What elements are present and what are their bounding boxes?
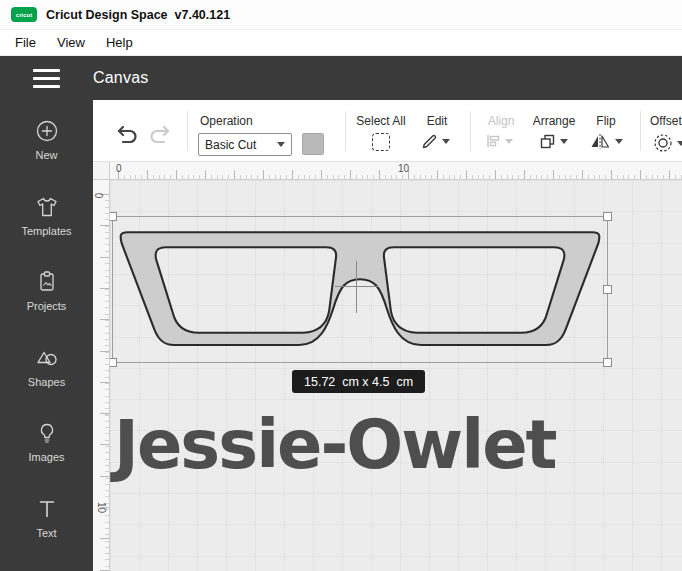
text-icon xyxy=(34,496,60,522)
offset-icon xyxy=(653,133,673,153)
align-icon xyxy=(485,133,501,149)
app-header: Canvas xyxy=(0,56,682,100)
redo-icon[interactable] xyxy=(148,123,172,145)
clipboard-icon xyxy=(34,269,60,295)
edit-label: Edit xyxy=(427,114,448,128)
select-all-label: Select All xyxy=(356,114,405,128)
menu-bar: File View Help xyxy=(0,30,682,56)
selection-handle-bottom-left[interactable] xyxy=(110,358,117,367)
ruler-label: 0 xyxy=(93,193,104,199)
ruler-label: 10 xyxy=(96,502,107,513)
canvas-text-layer[interactable]: Jessie-Owlet xyxy=(114,410,556,480)
crosshair-icon xyxy=(356,261,357,313)
chevron-down-icon xyxy=(277,142,285,147)
sidebar-item-shapes[interactable]: Shapes xyxy=(0,345,93,421)
chevron-down-icon xyxy=(677,141,682,146)
align-label: Align xyxy=(488,114,515,128)
cricut-logo: cricut xyxy=(11,7,37,22)
toolbar-divider xyxy=(187,111,188,151)
cricut-logo-text: cricut xyxy=(16,12,32,18)
undo-icon[interactable] xyxy=(115,123,139,145)
flip-button[interactable] xyxy=(589,133,623,150)
operation-value: Basic Cut xyxy=(205,138,256,152)
sidebar-item-projects[interactable]: Projects xyxy=(0,269,93,345)
menu-file[interactable]: File xyxy=(15,35,36,50)
flip-label: Flip xyxy=(596,114,615,128)
horizontal-ruler: 0 10 xyxy=(110,162,682,180)
chevron-down-icon xyxy=(615,139,623,144)
offset-button[interactable] xyxy=(653,133,682,153)
lightbulb-icon xyxy=(34,420,60,446)
align-button[interactable] xyxy=(485,133,513,149)
selection-handle-top-left[interactable] xyxy=(110,212,117,221)
arrange-label: Arrange xyxy=(533,114,576,128)
select-all-button[interactable] xyxy=(372,133,390,151)
ruler-corner xyxy=(93,162,110,180)
sidebar-item-label: Shapes xyxy=(28,376,65,388)
offset-label: Offset xyxy=(650,114,682,128)
menu-view[interactable]: View xyxy=(57,35,85,50)
hamburger-menu-icon[interactable] xyxy=(0,69,93,88)
crosshair-icon xyxy=(335,286,378,287)
dimensions-badge: 15.72 cm x 4.5 cm xyxy=(292,370,425,393)
shirt-icon xyxy=(34,194,60,220)
selection-box xyxy=(112,216,608,363)
layer-color-swatch[interactable] xyxy=(302,133,324,155)
sidebar-item-label: Images xyxy=(28,451,64,463)
sidebar: New Templates Projects Shapes xyxy=(0,100,93,571)
sidebar-item-new[interactable]: New xyxy=(0,118,93,194)
toolbar-divider xyxy=(640,111,641,151)
shapes-icon xyxy=(34,345,60,371)
ruler-label: 0 xyxy=(116,163,122,174)
arrange-button[interactable] xyxy=(539,133,568,150)
edit-button[interactable] xyxy=(421,133,450,150)
sidebar-item-label: Projects xyxy=(27,300,67,312)
sidebar-item-label: New xyxy=(35,149,57,161)
sidebar-item-templates[interactable]: Templates xyxy=(0,194,93,270)
selection-handle-top-right[interactable] xyxy=(603,212,612,221)
operation-select[interactable]: Basic Cut xyxy=(198,133,292,156)
selection-handle-bottom-right[interactable] xyxy=(603,358,612,367)
canvas[interactable]: 15.72 cm x 4.5 cm Jessie-Owlet xyxy=(110,180,682,571)
ruler-label: 10 xyxy=(398,163,409,174)
sidebar-item-label: Text xyxy=(36,527,56,539)
chevron-down-icon xyxy=(505,139,513,144)
selection-handle-mid-right[interactable] xyxy=(603,285,612,294)
operation-label: Operation xyxy=(200,114,253,128)
vertical-ruler: 0 10 xyxy=(93,180,110,571)
sidebar-item-label: Templates xyxy=(21,225,71,237)
toolbar-divider xyxy=(470,111,471,151)
window-titlebar: cricut Cricut Design Space v7.40.121 xyxy=(0,0,682,30)
page-title: Canvas xyxy=(93,69,148,87)
flip-mirror-icon xyxy=(589,133,611,150)
window-title: Cricut Design Space v7.40.121 xyxy=(46,8,230,22)
menu-help[interactable]: Help xyxy=(106,35,133,50)
sidebar-item-images[interactable]: Images xyxy=(0,420,93,496)
chevron-down-icon xyxy=(442,139,450,144)
toolbar-divider xyxy=(345,111,346,151)
layers-icon xyxy=(539,133,556,150)
pencil-icon xyxy=(421,133,438,150)
chevron-down-icon xyxy=(560,139,568,144)
plus-circle-icon xyxy=(34,118,60,144)
toolbar: Operation Basic Cut Select All Edit Alig… xyxy=(93,100,682,162)
sidebar-item-text[interactable]: Text xyxy=(0,496,93,571)
